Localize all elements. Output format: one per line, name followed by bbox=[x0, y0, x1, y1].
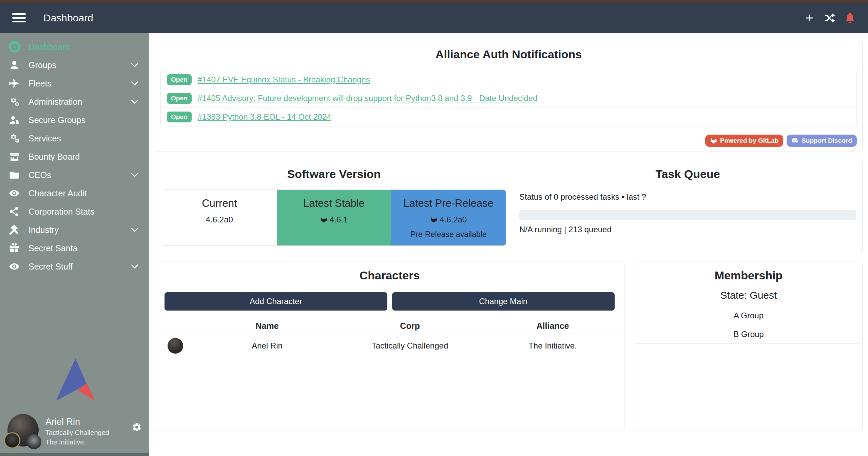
notification-link[interactable]: #1407 EVE Equinox Status - Breaking Chan… bbox=[198, 75, 370, 84]
membership-title: Membership bbox=[635, 269, 862, 282]
gear-icon[interactable] bbox=[132, 422, 142, 432]
bell-icon[interactable] bbox=[844, 12, 856, 24]
version-box: Current 4.6.2a0 Latest Stable 4.6.1 Late… bbox=[162, 190, 506, 246]
list-item: B Group bbox=[635, 325, 862, 344]
jet-icon bbox=[9, 78, 20, 89]
characters-panel: Characters Add Character Change Main Nam… bbox=[155, 261, 624, 431]
status-badge: Open bbox=[167, 93, 192, 104]
task-queue-progressbar bbox=[519, 210, 856, 220]
store-icon bbox=[9, 151, 20, 162]
support-discord-badge[interactable]: Support Discord bbox=[787, 135, 857, 147]
sidebar-item-label: Dashboard bbox=[28, 42, 70, 52]
folder-icon bbox=[9, 170, 20, 180]
col-header-alliance: Alliance bbox=[481, 321, 624, 331]
membership-panel: Membership State: Guest A Group B Group bbox=[635, 261, 863, 431]
version-value: 4.6.1 bbox=[330, 215, 348, 224]
task-queue-status: Status of 0 processed tasks • last ? bbox=[519, 192, 856, 202]
sidebar-item-label: Bounty Board bbox=[28, 152, 80, 162]
gitlab-tanuki-icon bbox=[320, 216, 328, 223]
sidebar-item-industry[interactable]: Industry bbox=[0, 221, 149, 239]
sidebar-item-administration[interactable]: Administration bbox=[0, 93, 149, 111]
sidebar-item-secret-stuff[interactable]: Secret Stuff bbox=[0, 257, 149, 276]
menu-icon[interactable] bbox=[12, 13, 27, 22]
chevron-down-icon bbox=[130, 61, 139, 70]
cell-name: Ariel Rin bbox=[196, 341, 339, 351]
chevron-down-icon bbox=[130, 171, 139, 179]
list-item: A Group bbox=[635, 306, 862, 325]
gauge-icon bbox=[9, 41, 20, 53]
sidebar-item-label: Industry bbox=[28, 225, 59, 235]
task-queue-section: Task Queue Status of 0 processed tasks •… bbox=[513, 160, 862, 253]
sidebar-item-secret-santa[interactable]: Secret Santa bbox=[0, 239, 149, 257]
sidebar-item-label: Character Audit bbox=[28, 189, 87, 198]
notifications-title: Alliance Auth Notifications bbox=[155, 48, 862, 61]
notifications-list: Open #1407 EVE Equinox Status - Breaking… bbox=[160, 70, 857, 126]
software-version-section: Software Version Current 4.6.2a0 Latest … bbox=[155, 160, 513, 253]
sidebar-item-label: CEOs bbox=[28, 170, 51, 180]
gears-icon bbox=[9, 96, 20, 107]
notification-row: Open #1383 Python 3.8 EOL - 14 Oct 2024 bbox=[161, 107, 856, 126]
sidebar-item-services[interactable]: Services bbox=[0, 129, 149, 147]
membership-groups: A Group B Group bbox=[635, 306, 862, 344]
share-icon bbox=[9, 206, 20, 217]
sidebar-bottom-strip bbox=[0, 453, 149, 456]
notification-row: Open #1407 EVE Equinox Status - Breaking… bbox=[161, 70, 856, 89]
notification-link[interactable]: #1405 Advisory: Future development will … bbox=[198, 94, 538, 103]
change-main-button[interactable]: Change Main bbox=[392, 292, 615, 311]
sidebar-item-secure-groups[interactable]: Secure Groups bbox=[0, 111, 149, 129]
version-value: 4.6.2a0 bbox=[206, 215, 233, 224]
version-col-title: Latest Stable bbox=[277, 197, 391, 210]
sidebar: Dashboard Groups Fleets Administration S… bbox=[0, 33, 149, 456]
version-current: Current 4.6.2a0 bbox=[162, 190, 277, 245]
status-badge: Open bbox=[167, 112, 192, 122]
version-value: 4.6.2a0 bbox=[440, 215, 467, 224]
version-latest-prerelease: Latest Pre-Release 4.6.2a0 Pre-Release a… bbox=[391, 190, 506, 245]
user-icon bbox=[9, 60, 20, 71]
sidebar-item-corporation-stats[interactable]: Corporation Stats bbox=[0, 202, 149, 221]
add-character-button[interactable]: Add Character bbox=[165, 292, 387, 311]
sidebar-item-ceos[interactable]: CEOs bbox=[0, 166, 149, 184]
sidebar-item-label: Secret Stuff bbox=[28, 262, 73, 272]
alliance-auth-logo bbox=[0, 357, 149, 409]
gears-icon bbox=[9, 133, 20, 144]
sidebar-item-label: Corporation Stats bbox=[28, 207, 95, 217]
sidebar-item-bounty-board[interactable]: Bounty Board bbox=[0, 147, 149, 166]
version-latest-stable: Latest Stable 4.6.1 bbox=[277, 190, 391, 245]
sidebar-item-label: Secret Santa bbox=[28, 243, 78, 253]
cell-corp: Tactically Challenged bbox=[339, 341, 481, 351]
task-queue-title: Task Queue bbox=[519, 167, 856, 181]
badge-label: Powered by GitLab bbox=[720, 137, 778, 144]
user-alliance: The Initiative. bbox=[45, 438, 109, 446]
sidebar-item-label: Services bbox=[28, 134, 61, 143]
sidebar-item-label: Administration bbox=[28, 97, 82, 107]
badge-label: Support Discord bbox=[802, 137, 852, 144]
sidebar-item-label: Secure Groups bbox=[28, 115, 85, 125]
cell-alliance: The Initiative. bbox=[481, 341, 624, 351]
task-queue-counts: N/A running | 213 queued bbox=[519, 225, 856, 234]
version-col-title: Current bbox=[162, 197, 277, 210]
sidebar-item-dashboard[interactable]: Dashboard bbox=[0, 38, 149, 56]
sidebar-item-label: Fleets bbox=[28, 79, 52, 88]
topbar-actions bbox=[804, 12, 856, 24]
user-lock-icon bbox=[9, 115, 20, 125]
sidebar-item-fleets[interactable]: Fleets bbox=[0, 74, 149, 93]
chevron-down-icon bbox=[130, 262, 139, 271]
user-panel: Ariel Rin Tactically Challenged The Init… bbox=[0, 409, 149, 453]
alliance-logo bbox=[26, 434, 41, 449]
gitlab-tanuki-icon bbox=[710, 137, 717, 144]
software-version-title: Software Version bbox=[155, 167, 513, 181]
user-corp: Tactically Challenged bbox=[45, 429, 109, 437]
character-row-portrait bbox=[168, 338, 183, 354]
version-col-title: Latest Pre-Release bbox=[391, 197, 506, 210]
add-icon[interactable] bbox=[804, 12, 815, 24]
chevron-down-icon bbox=[130, 97, 139, 106]
version-taskqueue-panel: Software Version Current 4.6.2a0 Latest … bbox=[155, 160, 863, 253]
sidebar-item-groups[interactable]: Groups bbox=[0, 56, 149, 74]
shuffle-icon[interactable] bbox=[824, 12, 835, 24]
sidebar-item-label: Groups bbox=[28, 60, 56, 70]
notification-link[interactable]: #1383 Python 3.8 EOL - 14 Oct 2024 bbox=[198, 112, 331, 122]
sidebar-menu: Dashboard Groups Fleets Administration S… bbox=[0, 33, 149, 276]
powered-by-gitlab-badge[interactable]: Powered by GitLab bbox=[705, 135, 783, 147]
eye-icon bbox=[9, 261, 20, 272]
sidebar-item-character-audit[interactable]: Character Audit bbox=[0, 184, 149, 202]
